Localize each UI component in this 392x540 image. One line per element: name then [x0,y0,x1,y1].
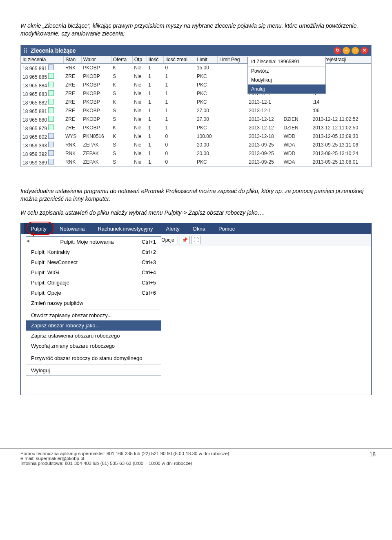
refresh-icon[interactable]: ↻ [334,47,341,54]
cell: 2013-12-12 [247,124,282,132]
status-icon [48,99,54,104]
table-row[interactable]: 18 959 393 RNKZEPAKSNie1020.002013-09-25… [21,141,371,149]
menubar-item[interactable]: Rachunek inwestycyjny [91,223,159,234]
status-icon [48,150,54,156]
menubar-item[interactable]: Notowania [53,223,91,234]
orders-panel-title: Zlecenia bieżące [31,47,76,54]
dropdown-item[interactable]: Zapisz obszar roboczy jako... [26,320,161,331]
column-header[interactable]: Oferta [111,56,132,64]
cell: 1 [147,98,163,107]
cell: WDD [282,132,311,141]
column-header[interactable]: Ilość [147,56,163,64]
footer-line2: e-mail: supermakler@pkobp.pl [20,456,229,461]
maximize-icon[interactable]: □ [352,47,359,54]
context-menu-item[interactable]: Powtórz [248,67,325,76]
cell: WYS [64,132,81,141]
table-row[interactable]: 18 965 882 ZREPKOBPKNie11PKC2013-12-1:14 [21,98,371,107]
column-header[interactable]: Id zlecenia [21,56,64,64]
dropdown-item[interactable]: Pulpit: ObligacjeCtrl+5 [26,278,161,288]
status-icon [48,142,54,147]
dropdown-item[interactable]: Wycofaj zmiany obszaru roboczego [26,341,161,351]
menubar: PulpityNotowaniaRachunek inwestycyjnyAle… [21,223,371,234]
context-menu-item[interactable]: Anuluj [248,84,325,93]
context-menu-caption: Id Zlecenia: 18965891 [248,57,325,67]
table-row[interactable]: 18 959 389 RNKZEPAKSNie10PKC2013-09-25WD… [21,158,371,167]
page-footer: Pomoc techniczna aplikacji supermakler: … [0,449,392,470]
cell: K [111,98,132,107]
cell: 2013-12-18 [247,132,282,141]
menubar-item[interactable]: Alerty [160,223,186,234]
cell: 0 [163,63,195,72]
dropdown-item[interactable]: Pulpit: NewConnectCtrl+3 [26,257,161,267]
cell: Nie [132,63,147,72]
status-icon [48,90,54,96]
column-header[interactable]: Limit [195,56,218,64]
dropdown-item[interactable]: Otwórz zapisany obszar roboczy... [26,310,161,320]
status-icon [48,159,54,164]
dropdown-item[interactable]: Pulpit: KontraktyCtrl+2 [26,247,161,257]
dropdown-item[interactable]: Pulpit: WIGiCtrl+4 [26,267,161,278]
cell: S [111,107,132,115]
cell: K [111,124,132,132]
cell: :06 [311,107,371,115]
cell: 1 [163,98,195,107]
cell: RNK [64,158,81,167]
context-menu-item[interactable]: Modyfikuj [248,76,325,84]
toolbar-button[interactable]: 📌 [180,236,190,244]
dropdown-item[interactable]: Pulpit: Moje notowaniaCtrl+1 [26,237,161,247]
dropdown-item[interactable]: Wyloguj [26,365,161,376]
dropdown-item[interactable]: Pulpit: OpcjeCtrl+6 [26,288,161,298]
cell: PKC [195,72,218,81]
cell: Nie [132,98,147,107]
orders-panel-titlebar[interactable]: Zlecenia bieżące ↻ − □ ✕ [21,45,371,56]
cell [218,141,247,149]
cell: ZRE [64,89,81,98]
toolbar-button[interactable]: ⛶ [192,236,200,244]
menubar-item[interactable]: Pomoc [212,223,241,234]
footer-line3: Infolinia produktowa: 801-304-403 lub (8… [20,461,229,466]
cell: K [111,132,132,141]
table-row[interactable]: 18 959 392 RNKZEPAKSNie1020.002013-09-25… [21,149,371,158]
menubar-item[interactable]: Okna [186,223,212,234]
table-row[interactable]: 18 965 881 ZREPKOBPSNie1127.002013-12-1:… [21,107,371,115]
column-header[interactable]: Limit Peg [218,56,247,64]
cell: 0 [163,141,195,149]
cell: Nie [132,89,147,98]
column-header[interactable]: Stan [64,56,81,64]
dropdown-item[interactable]: Przywróć obszar roboczy do stanu domyśln… [26,353,161,363]
cell: Nie [132,124,147,132]
cell: RNK [64,63,81,72]
cell: S [111,115,132,124]
cell: PKN0516 [81,132,111,141]
column-header[interactable]: Ilość zreal [163,56,195,64]
cell: PKC [195,158,218,167]
column-header[interactable]: Otp [132,56,147,64]
drag-handle-icon[interactable] [24,48,28,53]
cell: 1 [147,158,163,167]
cell: ZEPAK [81,158,111,167]
cell [218,98,247,107]
cell: 2013-12-1 [247,98,282,107]
table-row[interactable]: 18 965 802 WYSPKN0516KNie10100.002013-12… [21,132,371,141]
toolbar: cjeOpcje📌⛶ [139,234,371,246]
column-header[interactable]: Walor [81,56,111,64]
cell: 2013-12-12 11:02:50 [311,124,371,132]
close-icon[interactable]: ✕ [361,47,368,54]
dropdown-item[interactable]: Zmień nazwy pulpitów [26,298,161,308]
cell: S [111,149,132,158]
table-row[interactable]: 18 965 880 ZREPKOBPSNie1127.002013-12-12… [21,115,371,124]
cell: 27.00 [195,107,218,115]
cell: S [111,89,132,98]
status-icon [48,73,54,79]
status-icon [48,116,54,122]
cell: PKOBP [81,72,111,81]
table-row[interactable]: 18 965 879 ZREPKOBPKNie11PKC2013-12-12DZ… [21,124,371,132]
dropdown-item[interactable]: Zapisz ustawienia obszaru roboczego [26,331,161,341]
pulpity-dropdown: Pulpit: Moje notowaniaCtrl+1Pulpit: Kont… [26,236,161,376]
minimize-icon[interactable]: − [343,47,350,54]
cell: 1 [147,124,163,132]
cell [218,149,247,158]
cell: Nie [132,81,147,89]
context-menu: Id Zlecenia: 18965891 PowtórzModyfikujAn… [247,57,326,94]
cell [282,107,311,115]
